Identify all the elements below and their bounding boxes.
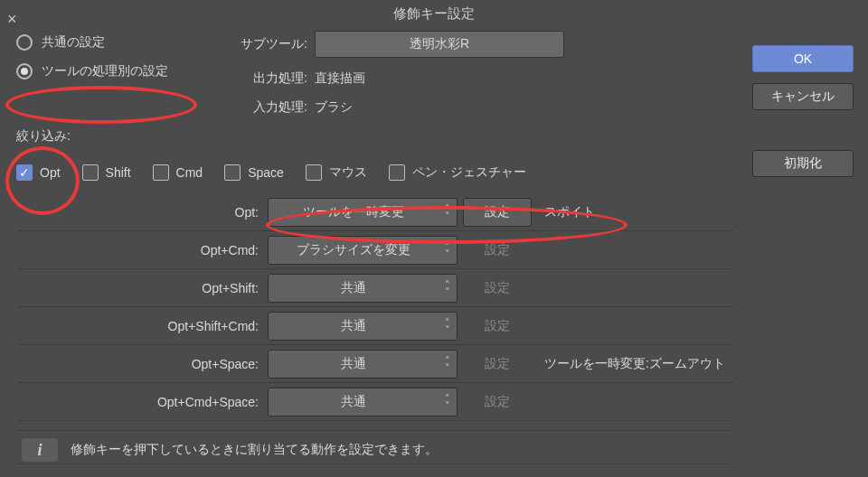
table-row: Opt+Cmd:ブラシサイズを変更設定 — [18, 231, 732, 269]
settings-button: 設定 — [463, 350, 532, 379]
filter-space[interactable]: Space — [224, 164, 284, 181]
reset-button[interactable]: 初期化 — [752, 150, 854, 177]
modifier-key-label: Opt: — [18, 205, 268, 220]
filter-shift[interactable]: Shift — [82, 164, 131, 181]
checkbox-icon — [16, 164, 33, 181]
filter-opt-label: Opt — [40, 165, 61, 180]
stepper-icon[interactable] — [439, 313, 457, 340]
action-combo[interactable]: 共通 — [268, 388, 458, 416]
action-combo[interactable]: 共通 — [268, 350, 458, 379]
filter-space-label: Space — [248, 165, 284, 180]
filter-mouse[interactable]: マウス — [306, 164, 367, 181]
dialog-title: 修飾キー設定 — [0, 0, 868, 27]
input-proc-value: ブラシ — [315, 99, 743, 116]
action-combo-value: 共通 — [269, 394, 439, 410]
stepper-icon[interactable] — [439, 351, 457, 378]
input-proc-label: 入力処理: — [16, 99, 315, 116]
action-combo-value: ツールを一時変更 — [269, 204, 439, 220]
action-combo-value: 共通 — [269, 318, 439, 334]
action-combo-value: 共通 — [269, 356, 439, 372]
checkbox-icon — [224, 164, 241, 181]
modifier-key-label: Opt+Cmd: — [18, 243, 268, 257]
action-combo[interactable]: ブラシサイズを変更 — [268, 236, 458, 265]
settings-button: 設定 — [463, 236, 532, 265]
table-row: Opt+Space:共通設定ツールを一時変更:ズームアウト — [18, 345, 732, 383]
settings-button: 設定 — [463, 274, 532, 303]
stepper-icon[interactable] — [439, 237, 457, 264]
radio-common-settings[interactable] — [16, 34, 33, 51]
radio-common-label: 共通の設定 — [42, 34, 105, 51]
action-combo[interactable]: ツールを一時変更 — [268, 198, 458, 227]
row-extra-label: スポイト — [544, 204, 595, 220]
filter-cmd-label: Cmd — [176, 165, 203, 180]
checkbox-icon — [306, 164, 322, 181]
modifier-key-label: Opt+Cmd+Space: — [18, 395, 268, 409]
filter-label: 絞り込み: — [16, 128, 743, 145]
filter-cmd[interactable]: Cmd — [153, 164, 203, 181]
settings-button: 設定 — [463, 388, 532, 416]
radio-per-tool-settings[interactable] — [16, 63, 33, 80]
hint-text: 修飾キーを押下しているときに割り当てる動作を設定できます。 — [71, 442, 438, 458]
filter-pen[interactable]: ペン・ジェスチャー — [389, 164, 526, 181]
info-icon: i — [22, 438, 58, 462]
stepper-icon[interactable] — [439, 275, 457, 302]
checkbox-icon — [389, 164, 405, 181]
checkbox-icon — [153, 164, 169, 181]
settings-button: 設定 — [463, 312, 532, 341]
cancel-button[interactable]: キャンセル — [752, 83, 854, 110]
action-combo[interactable]: 共通 — [268, 274, 458, 303]
modifier-key-label: Opt+Space: — [18, 357, 268, 371]
filter-opt[interactable]: Opt — [16, 164, 61, 181]
modifier-key-label: Opt+Shift+Cmd: — [18, 319, 268, 333]
settings-button[interactable]: 設定 — [463, 198, 532, 227]
table-row: Opt+Shift:共通設定 — [18, 269, 732, 307]
close-icon[interactable]: × — [7, 13, 22, 27]
table-row: Opt+Cmd+Space:共通設定 — [18, 383, 732, 421]
ok-button[interactable]: OK — [752, 45, 854, 72]
action-combo-value: 共通 — [269, 280, 439, 296]
stepper-icon[interactable] — [439, 388, 457, 416]
filter-pen-label: ペン・ジェスチャー — [412, 164, 526, 181]
filter-shift-label: Shift — [106, 165, 131, 180]
radio-per-tool-label: ツールの処理別の設定 — [42, 63, 168, 80]
action-combo-value: ブラシサイズを変更 — [269, 242, 439, 258]
checkbox-icon — [82, 164, 99, 181]
table-row: Opt:ツールを一時変更設定スポイト — [18, 193, 732, 231]
stepper-icon[interactable] — [439, 199, 457, 226]
modifier-table: Opt:ツールを一時変更設定スポイトOpt+Cmd:ブラシサイズを変更設定Opt… — [18, 193, 732, 421]
filter-mouse-label: マウス — [329, 164, 367, 181]
modifier-key-label: Opt+Shift: — [18, 281, 268, 295]
row-extra-label: ツールを一時変更:ズームアウト — [544, 356, 725, 372]
table-row: Opt+Shift+Cmd:共通設定 — [18, 307, 732, 345]
action-combo[interactable]: 共通 — [268, 312, 458, 341]
